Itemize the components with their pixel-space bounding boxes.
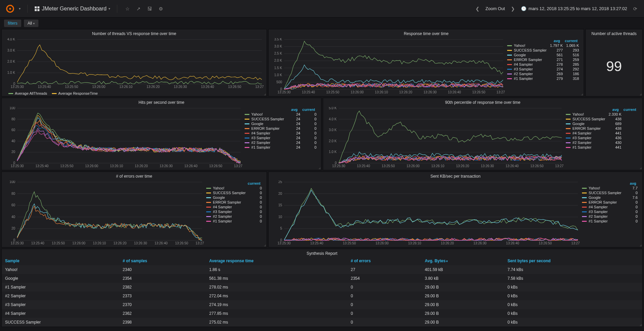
chart-canvas[interactable]: 05001.0 K1.5 K2.0 K2.5 K3.0 K3.5 K13:25:… <box>271 38 505 95</box>
table-row[interactable]: #3 Sampler2370274.19 ms029.00 B0 kBs <box>2 300 642 309</box>
save-icon[interactable]: 🖫 <box>146 5 153 13</box>
legend-item[interactable]: #1 Sampler240 <box>245 145 316 149</box>
table-header-cell[interactable]: Sent bytes per second <box>504 257 642 265</box>
chart-canvas[interactable]: 01.0 K2.0 K3.0 K4.0 K5.0 K13:25:3013:25:… <box>326 107 564 169</box>
table-header-cell[interactable]: Average response time <box>206 257 347 265</box>
legend-item[interactable]: Google7.6 <box>582 195 638 200</box>
legend-item[interactable]: #4 Sampler0 <box>582 205 638 209</box>
legend-item[interactable]: Google561516 <box>507 53 579 57</box>
resize-handle[interactable] <box>263 93 266 95</box>
legend-item[interactable]: #2 Sampler430 <box>566 141 638 145</box>
time-forward-icon[interactable]: ❯ <box>510 5 516 13</box>
resize-handle[interactable] <box>639 244 642 246</box>
legend-header-cell[interactable]: avg <box>622 181 636 185</box>
legend-item[interactable]: ERROR Sampler0 <box>582 200 638 204</box>
legend-item[interactable]: #1 Sampler279318 <box>507 77 579 81</box>
panel-title[interactable]: 90th percentile of response time over ti… <box>323 98 642 106</box>
legend-item[interactable]: Google0 <box>206 195 262 200</box>
legend-item[interactable]: #2 Sampler269186 <box>507 72 579 76</box>
table-row[interactable]: Google2354561.38 ms23543.80 kB7.58 kBs <box>2 274 642 283</box>
legend-item[interactable]: Average AllThreads <box>8 91 47 95</box>
legend-item[interactable]: #4 Sampler0 <box>206 205 262 209</box>
legend-item[interactable]: #2 Sampler0 <box>206 214 262 218</box>
legend-item[interactable]: #2 Sampler0 <box>582 214 638 218</box>
legend-item[interactable]: #4 Sampler240 <box>245 131 316 135</box>
table-header-cell[interactable]: # of samples <box>119 257 206 265</box>
panel-title[interactable]: Sent KB/sec per transaction <box>269 172 642 179</box>
legend-item[interactable]: SUCCESS Sampler0 <box>206 191 262 195</box>
table-header-cell[interactable]: Avg. Bytes▾ <box>422 257 504 265</box>
legend-header-cell[interactable]: current <box>246 181 260 185</box>
table-header-cell[interactable]: # of errors <box>347 257 422 265</box>
panel-title[interactable]: Synthesis Report <box>2 249 642 257</box>
legend-item[interactable]: SUCCESS Sampler0 <box>582 191 638 195</box>
resize-handle[interactable] <box>639 93 642 95</box>
legend-item[interactable]: ERROR Sampler438 <box>566 126 638 130</box>
legend-item[interactable]: #4 Sampler278285 <box>507 62 579 66</box>
resize-handle[interactable] <box>639 323 642 326</box>
filters-button[interactable]: filters <box>4 20 21 27</box>
chart-canvas[interactable]: 02040608010013:25:3013:25:4013:25:5013:2… <box>4 181 204 246</box>
table-row[interactable]: #2 Sampler2373272.04 ms029.00 B0 kBs <box>2 292 642 300</box>
legend-item[interactable]: #3 Sampler0 <box>582 210 638 214</box>
legend-item[interactable]: #3 Sampler240 <box>245 136 316 140</box>
chart-canvas[interactable]: 01.0 K2.0 K3.0 K4.0 K13:25:3013:25:4013:… <box>4 38 264 89</box>
legend-item[interactable]: Yahoo!240 <box>245 112 316 116</box>
legend-item[interactable]: ERROR Sampler0 <box>206 200 262 204</box>
table-row[interactable]: #1 Sampler2382278.02 ms029.00 B0 kBs <box>2 283 642 292</box>
legend-item[interactable]: SUCCESS Sampler277293 <box>507 48 579 52</box>
resize-handle[interactable] <box>580 93 583 95</box>
star-icon[interactable]: ☆ <box>124 5 131 13</box>
panel-title[interactable]: Response time over time <box>269 29 584 37</box>
legend-item[interactable]: #2 Sampler240 <box>245 141 316 145</box>
legend-item[interactable]: #3 Sampler0 <box>206 210 262 214</box>
zoom-out-button[interactable]: Zoom Out <box>486 6 505 11</box>
legend-item[interactable]: Yahoo!1.797 K1.065 K <box>507 43 579 48</box>
legend-item[interactable]: Average ResponseTime <box>52 91 98 95</box>
legend-header-cell[interactable]: current <box>563 39 578 43</box>
legend-header-cell[interactable]: current <box>301 108 315 112</box>
legend-header-cell[interactable]: avg <box>283 108 298 112</box>
settings-gear-icon[interactable]: ⚙ <box>157 5 164 13</box>
legend-item[interactable]: ERROR Sampler271259 <box>507 58 579 62</box>
table-header-cell[interactable]: Sample <box>2 257 119 265</box>
resize-handle[interactable] <box>639 167 642 169</box>
panel-title[interactable]: # of errors over time <box>2 172 267 179</box>
svg-text:60: 60 <box>11 203 16 207</box>
legend-header-cell[interactable]: avg <box>605 108 619 112</box>
logo-caret-icon[interactable]: ▾ <box>19 7 21 10</box>
legend-item[interactable]: Yahoo!2.330 K <box>566 112 638 116</box>
time-range-picker[interactable]: 🕓 mars 12, 2018 13:25:25 to mars 12, 201… <box>521 6 627 11</box>
legend-item[interactable]: SUCCESS Sampler438 <box>566 117 638 121</box>
legend-item[interactable]: #1 Sampler441 <box>566 145 638 149</box>
legend-item[interactable]: Google689 <box>566 122 638 126</box>
grafana-logo[interactable] <box>5 4 15 13</box>
legend-item[interactable]: #1 Sampler0 <box>206 219 262 223</box>
legend-item[interactable]: #1 Sampler0 <box>582 219 638 223</box>
panel-title[interactable]: Number of active threads <box>586 29 642 37</box>
legend-item[interactable]: Yahoo!0 <box>206 186 262 190</box>
table-row[interactable]: #4 Sampler2362277.85 ms029.00 B0 kBs <box>2 309 642 318</box>
legend-item[interactable]: #4 Sampler441 <box>566 131 638 135</box>
panel-title[interactable]: Hits per second over time <box>2 98 321 106</box>
legend-item[interactable]: Google240 <box>245 122 316 126</box>
dashboard-picker[interactable]: JMeter Generic Dashboard ▾ <box>34 6 110 12</box>
legend-item[interactable]: SUCCESS Sampler240 <box>245 117 316 121</box>
share-icon[interactable]: ↗ <box>135 5 142 13</box>
table-row[interactable]: SUCCESS Sampler2398275.02 ms029.00 B0 kB… <box>2 318 642 327</box>
chart-canvas[interactable]: 02040608010013:25:3013:25:4013:25:5013:2… <box>4 107 243 169</box>
legend-item[interactable]: #3 Sampler274292 <box>507 67 579 71</box>
all-dropdown[interactable]: All ▾ <box>24 20 39 27</box>
legend-item[interactable]: ERROR Sampler240 <box>245 126 316 130</box>
time-back-icon[interactable]: ❮ <box>474 5 481 13</box>
legend-header-cell[interactable]: current <box>622 108 636 112</box>
legend-header-cell[interactable]: avg <box>546 39 560 43</box>
resize-handle[interactable] <box>263 244 266 246</box>
resize-handle[interactable] <box>318 167 320 169</box>
legend-item[interactable]: Yahoo!7.7 <box>582 186 638 190</box>
panel-title[interactable]: Number of threads VS response time over … <box>2 29 267 37</box>
table-row[interactable]: Yahoo!23401.86 s27401.59 kB7.74 kBs <box>2 265 642 274</box>
refresh-icon[interactable]: ⟳ <box>632 5 639 13</box>
legend-item[interactable]: #3 Sampler436 <box>566 136 638 140</box>
chart-canvas[interactable]: 051015202513:25:3013:25:4013:25:5013:26:… <box>271 181 580 246</box>
